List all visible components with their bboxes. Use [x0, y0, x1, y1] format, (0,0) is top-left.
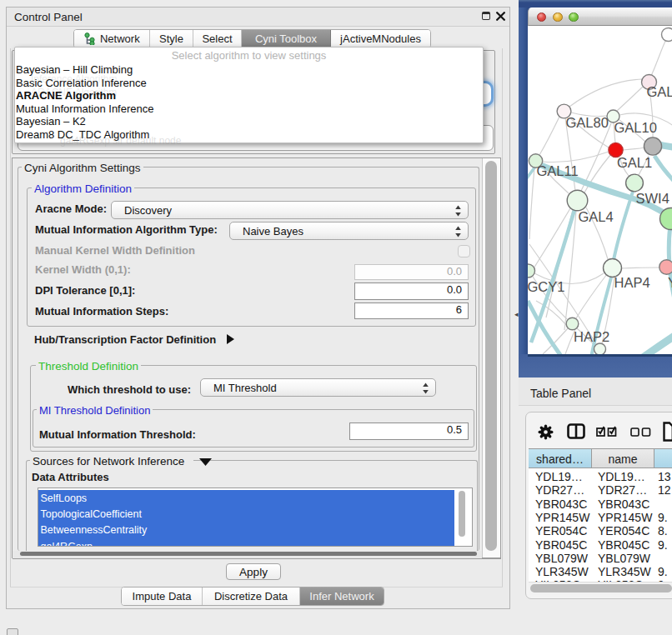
svg-text:GAL7: GAL7	[647, 84, 672, 99]
svg-text:GCY1: GCY1	[528, 279, 564, 294]
svg-text:SWI4: SWI4	[636, 191, 669, 206]
svg-text:GAL80: GAL80	[566, 115, 609, 130]
svg-text:HAP4: HAP4	[614, 275, 650, 290]
svg-text:HAP2: HAP2	[574, 329, 609, 344]
svg-text:GAL4: GAL4	[579, 209, 614, 224]
svg-text:GAL1: GAL1	[617, 155, 652, 170]
svg-text:Y: Y	[668, 275, 672, 290]
svg-text:GAL10: GAL10	[614, 120, 657, 135]
svg-text:GAL11: GAL11	[537, 163, 579, 178]
